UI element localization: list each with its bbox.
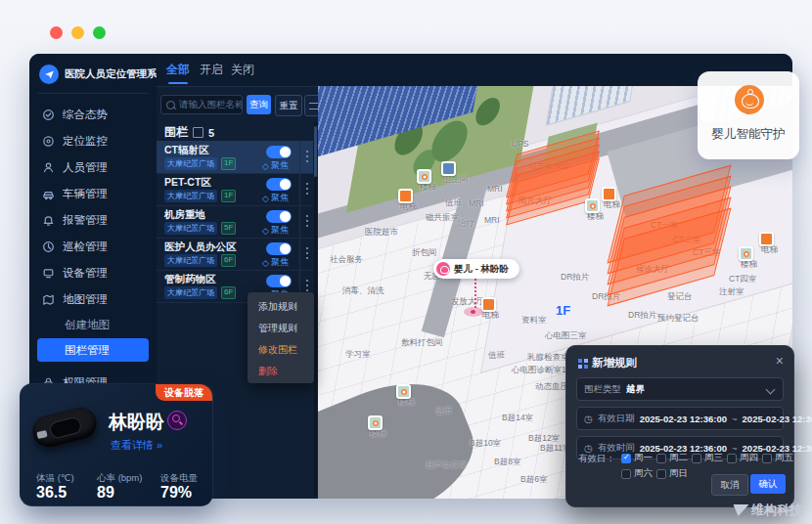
- map-label: 资料室: [521, 315, 547, 327]
- stairs-marker[interactable]: [585, 198, 600, 213]
- toilet-marker[interactable]: [441, 161, 456, 176]
- clock-icon: ◷: [584, 414, 593, 424]
- tab-disabled[interactable]: 关闭: [231, 62, 254, 78]
- focus-button[interactable]: ◇聚焦: [262, 159, 289, 172]
- vendor-logo-icon: [731, 504, 749, 516]
- day-checkbox-thu[interactable]: 周四: [727, 452, 758, 464]
- more-menu-icon[interactable]: [299, 173, 314, 205]
- sidebar-item-alarm[interactable]: 报警管理: [29, 208, 157, 232]
- checkbox-icon: [656, 454, 666, 463]
- fence-item[interactable]: CT辐射区 大摩纪景广场1F ◇聚焦: [157, 141, 313, 174]
- valid-days-label: 有效日：: [578, 453, 615, 465]
- fence-toggle[interactable]: [266, 146, 292, 158]
- stairs-marker[interactable]: [417, 169, 431, 184]
- map-label: CT四室: [729, 274, 756, 285]
- focus-button[interactable]: ◇聚焦: [262, 192, 289, 204]
- paper-plane-icon: [39, 65, 59, 84]
- day-checkbox-mon[interactable]: 周一: [621, 452, 653, 464]
- window-minimize-button[interactable]: [71, 26, 84, 39]
- clock-icon: [42, 240, 55, 253]
- sidebar-subitem-fence-manage[interactable]: 围栏管理: [37, 338, 149, 362]
- menu-item-manage-rule[interactable]: 管理规则: [248, 318, 314, 339]
- baby-location-marker[interactable]: 婴儿 - 林盼盼: [433, 259, 519, 279]
- tab-enabled[interactable]: 开启: [200, 62, 223, 78]
- tab-all[interactable]: 全部: [166, 62, 190, 78]
- menu-item-delete[interactable]: 删除: [248, 361, 314, 382]
- checkbox-icon: [621, 469, 631, 479]
- marker-leader-line: [474, 279, 476, 308]
- fence-item[interactable]: PET-CT区 大摩纪景广场1F ◇聚焦: [157, 173, 313, 206]
- elevator-marker[interactable]: [398, 189, 413, 203]
- sidebar-item-location-monitor[interactable]: 定位监控: [29, 129, 157, 153]
- day-checkbox-tue[interactable]: 周二: [656, 452, 688, 464]
- device-alert-card: 设备脱落 林盼盼 查看详情 » 体温 (℃) 心率 (bpm) 设备电量 36.…: [20, 383, 213, 506]
- elevator-marker[interactable]: [602, 187, 616, 201]
- dialog-title: 新增规则: [592, 356, 637, 371]
- baby-guard-label: 婴儿智能守护: [698, 126, 799, 143]
- focus-button[interactable]: ◇聚焦: [262, 224, 289, 237]
- cancel-button[interactable]: 取消: [711, 474, 748, 496]
- map-label: 注射室: [719, 286, 744, 298]
- valid-date-range-input[interactable]: ◷ 有效日期 2025-02-23 12:36:00 ~ 2025-02-23 …: [576, 407, 784, 430]
- elevator-marker[interactable]: [759, 232, 774, 246]
- window-zoom-button[interactable]: [93, 26, 106, 39]
- map-label: UPS: [512, 139, 528, 149]
- search-input[interactable]: 请输入围栏名称: [160, 95, 243, 114]
- sidebar-item-map[interactable]: 地图管理: [29, 287, 157, 311]
- map-label: DR拍片: [628, 310, 656, 322]
- focus-button[interactable]: ◇聚焦: [262, 256, 289, 269]
- confirm-button[interactable]: 确认: [750, 474, 786, 494]
- area-tag: 大摩纪景广场: [164, 286, 217, 299]
- day-checkbox-sat[interactable]: 周六: [621, 467, 653, 480]
- stat-value-heartrate: 89: [97, 484, 114, 502]
- map-label: 磁共振室: [426, 212, 459, 224]
- stairs-marker[interactable]: [368, 415, 383, 430]
- fence-item[interactable]: 医护人员办公区 大摩纪景广场6F ◇聚焦: [157, 238, 313, 271]
- close-icon[interactable]: ×: [776, 353, 784, 369]
- more-menu-icon[interactable]: [299, 141, 314, 173]
- panel-scrollbar[interactable]: [314, 122, 317, 496]
- query-button[interactable]: 查询: [247, 95, 271, 114]
- sidebar-item-patrol[interactable]: 巡检管理: [29, 235, 157, 258]
- detail-magnifier-icon[interactable]: [167, 411, 187, 430]
- sidebar-item-overview[interactable]: 综合态势: [29, 103, 157, 126]
- diamond-icon: ◇: [262, 258, 269, 268]
- sidebar-subitem-create-map[interactable]: 创建地图: [29, 315, 157, 334]
- map-label: 心电图诊断室1: [512, 365, 566, 376]
- map-label: 超声会议室: [426, 459, 468, 471]
- fence-type-select[interactable]: 围栏类型 越界: [576, 377, 784, 401]
- map-label: 医院超市: [365, 227, 398, 239]
- menu-item-edit-fence[interactable]: 修改围栏: [248, 339, 314, 361]
- vendor-name: 维构科技: [751, 502, 802, 519]
- reset-button[interactable]: 重置: [275, 95, 302, 116]
- sidebar-item-device[interactable]: 设备管理: [29, 261, 157, 284]
- map-label: 心电图三室: [545, 330, 587, 342]
- fence-toggle[interactable]: [266, 210, 292, 223]
- app-logo: 医院人员定位管理系统: [39, 65, 167, 84]
- map-label: B超14室: [502, 413, 533, 424]
- more-menu-icon[interactable]: [299, 238, 314, 270]
- baby-guard-card[interactable]: 婴儿智能守护: [698, 71, 799, 159]
- stairs-marker[interactable]: [396, 384, 411, 399]
- more-menu-icon[interactable]: [299, 205, 314, 238]
- checkbox-checked-icon: [621, 454, 631, 463]
- fence-toggle[interactable]: [266, 178, 292, 191]
- sidebar-item-personnel[interactable]: 人员管理: [29, 155, 157, 179]
- fence-toggle[interactable]: [266, 242, 292, 255]
- new-rule-dialog: 新增规则 × 围栏类型 越界 ◷ 有效日期 2025-02-23 12:36:0…: [565, 345, 794, 507]
- elevator-marker[interactable]: [481, 297, 496, 312]
- view-details-link[interactable]: 查看详情 »: [111, 438, 162, 453]
- window-close-button[interactable]: [50, 26, 63, 39]
- map-label: MRI: [487, 184, 503, 194]
- fence-item[interactable]: 机房重地 大摩纪景广场5F ◇聚焦: [157, 205, 313, 239]
- map-label: B超10室: [470, 438, 501, 450]
- day-checkbox-sun[interactable]: 周日: [656, 467, 688, 480]
- fence-toggle[interactable]: [266, 275, 292, 287]
- sidebar-item-vehicle[interactable]: 车辆管理: [29, 182, 157, 205]
- stairs-marker[interactable]: [739, 246, 753, 261]
- day-checkbox-fri[interactable]: 周五: [762, 452, 793, 464]
- marker-position-dot: [464, 307, 483, 317]
- map-label: B超6室: [520, 474, 547, 486]
- menu-item-add-rule[interactable]: 添加规则: [248, 296, 314, 318]
- day-checkbox-wed[interactable]: 周三: [692, 452, 723, 464]
